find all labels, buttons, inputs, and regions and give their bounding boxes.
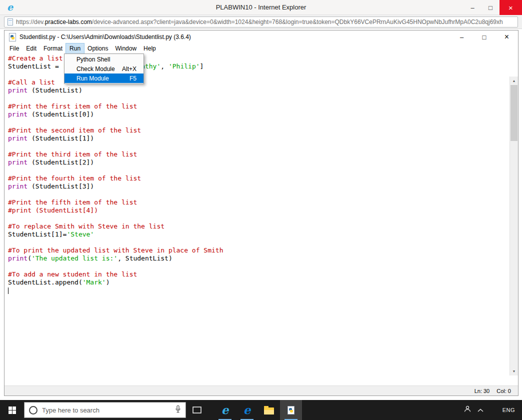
idle-titlebar[interactable]: Studentlist.py - C:\Users\Admin\Download… [4, 30, 518, 44]
code-line-11: print (StudentList[1]) [8, 134, 507, 142]
taskbar: e e ENG [0, 400, 522, 420]
code-line-7: #Print the first item of the list [8, 102, 507, 110]
code-line-14: print (StudentList[2]) [8, 158, 507, 166]
browser-close-button[interactable]: × [500, 0, 522, 15]
browser-titlebar: e PLABWIN10 - Internet Explorer – □ × [0, 0, 522, 15]
code-line-12 [8, 142, 507, 150]
taskbar-edge-button[interactable]: e [236, 400, 258, 420]
folder-icon [264, 408, 274, 414]
code-line-21 [8, 214, 507, 222]
menu-item-python-shell[interactable]: Python Shell [64, 54, 144, 64]
idle-window-controls: – □ × [450, 30, 518, 44]
menu-item-label: Python Shell [76, 56, 110, 63]
taskbar-search-box[interactable] [24, 402, 186, 418]
system-tray: ENG [464, 400, 522, 420]
menu-help[interactable]: Help [140, 44, 160, 54]
menu-item-shortcut: F5 [122, 75, 136, 82]
code-line-19: #Print the fifth item of the list [8, 198, 507, 206]
code-line-23: StudentList[1]='Steve' [8, 230, 507, 238]
microphone-icon[interactable] [175, 405, 181, 416]
start-button[interactable] [0, 400, 24, 420]
menu-item-shortcut: Alt+X [115, 66, 136, 72]
url-path: /device-advanced.aspx?client=java&device… [92, 18, 503, 26]
code-line-24 [8, 238, 507, 246]
idle-close-button[interactable]: × [496, 30, 518, 44]
code-line-20: #print (StudentList[4]) [8, 206, 507, 214]
menu-options[interactable]: Options [84, 44, 112, 54]
idle-window: Studentlist.py - C:\Users\Admin\Download… [4, 30, 518, 396]
menu-item-label: Check Module [76, 66, 115, 72]
cortana-icon [29, 406, 38, 414]
search-input[interactable] [42, 406, 170, 414]
idle-statusbar: Ln: 30 Col: 0 [4, 386, 518, 396]
task-view-icon [192, 406, 202, 414]
idle-minimize-button[interactable]: – [450, 30, 473, 44]
code-area[interactable]: #Create a listStudentList = ['John', 'Sm… [8, 54, 507, 294]
code-line-26: print('The updated list is:', StudentLis… [8, 254, 507, 262]
browser-viewport: Studentlist.py - C:\Users\Admin\Download… [0, 30, 522, 400]
menu-item-label: Run Module [76, 75, 109, 82]
browser-window-controls: – □ × [464, 0, 522, 15]
menu-run[interactable]: Run [66, 44, 84, 54]
idle-maximize-button[interactable]: □ [473, 30, 496, 44]
windows-logo-icon [8, 406, 16, 414]
task-view-button[interactable] [186, 400, 208, 420]
language-indicator[interactable]: ENG [502, 407, 515, 413]
code-line-9 [8, 118, 507, 126]
code-line-13: #Print the third item of the list [8, 150, 507, 158]
browser-title: PLABWIN10 - Internet Explorer [0, 0, 522, 15]
menu-file[interactable]: File [6, 44, 22, 54]
browser-addressbar: https://dev.practice-labs.com/device-adv… [0, 15, 522, 29]
code-line-18 [8, 190, 507, 198]
status-col-indicator: Col: 0 [496, 388, 511, 394]
people-icon[interactable] [464, 405, 472, 415]
idle-menubar: FileEditFormatRunOptionsWindowHelp [4, 44, 518, 54]
browser-minimize-button[interactable]: – [464, 0, 482, 15]
scroll-down-button[interactable]: ▼ [510, 367, 518, 376]
taskbar-idle-button[interactable] [280, 400, 302, 420]
url-domain: practice-labs.com [45, 18, 92, 26]
vertical-scrollbar[interactable]: ▲ ▼ [510, 76, 518, 376]
menu-item-run-module[interactable]: Run ModuleF5 [64, 74, 144, 83]
code-line-25: #To print the updated list with Steve in… [8, 246, 507, 254]
url-scheme: https://dev. [16, 18, 45, 26]
url-text[interactable]: https://dev.practice-labs.com/device-adv… [16, 18, 503, 26]
code-line-28: #To add a new student in the list [8, 270, 507, 278]
code-line-10: #Print the second item of the list [8, 126, 507, 134]
scrollbar-thumb[interactable] [510, 85, 518, 141]
status-line-indicator: Ln: 30 [474, 388, 490, 394]
idle-app-icon [9, 33, 16, 42]
code-line-8: print (StudentList[0]) [8, 110, 507, 118]
address-field[interactable]: https://dev.practice-labs.com/device-adv… [4, 16, 518, 28]
code-line-16: #Print the fourth item of the list [8, 174, 507, 182]
taskbar-ie-button[interactable]: e [214, 400, 236, 420]
menu-window[interactable]: Window [112, 44, 140, 54]
editor-pane[interactable]: #Create a listStudentList = ['John', 'Sm… [4, 54, 518, 386]
screen: e PLABWIN10 - Internet Explorer – □ × ht… [0, 0, 522, 420]
taskbar-file-explorer-button[interactable] [258, 400, 280, 420]
code-line-15 [8, 166, 507, 174]
idle-window-title: Studentlist.py - C:\Users\Admin\Download… [20, 34, 191, 40]
run-menu-dropdown: Python ShellCheck ModuleAlt+XRun ModuleF… [64, 54, 144, 84]
text-cursor [8, 288, 8, 294]
scroll-up-button[interactable]: ▲ [510, 76, 518, 85]
code-line-17: print (StudentList[3]) [8, 182, 507, 190]
code-line-6 [8, 94, 507, 102]
code-line-5: print (StudentList) [8, 86, 507, 94]
show-hidden-icons-chevron[interactable] [478, 406, 484, 414]
python-file-icon [288, 406, 294, 414]
browser-maximize-button[interactable]: □ [482, 0, 500, 15]
edge-icon: e [244, 404, 251, 416]
page-document-icon [8, 18, 13, 26]
code-line-29: StudentList.append('Mark') [8, 278, 507, 286]
code-line-30 [8, 286, 507, 294]
menu-edit[interactable]: Edit [22, 44, 40, 54]
internet-explorer-icon: e [222, 404, 229, 416]
menu-item-check-module[interactable]: Check ModuleAlt+X [64, 64, 144, 74]
code-line-22: #To replace Smith with Steve in the list [8, 222, 507, 230]
menu-format[interactable]: Format [40, 44, 66, 54]
code-line-27 [8, 262, 507, 270]
